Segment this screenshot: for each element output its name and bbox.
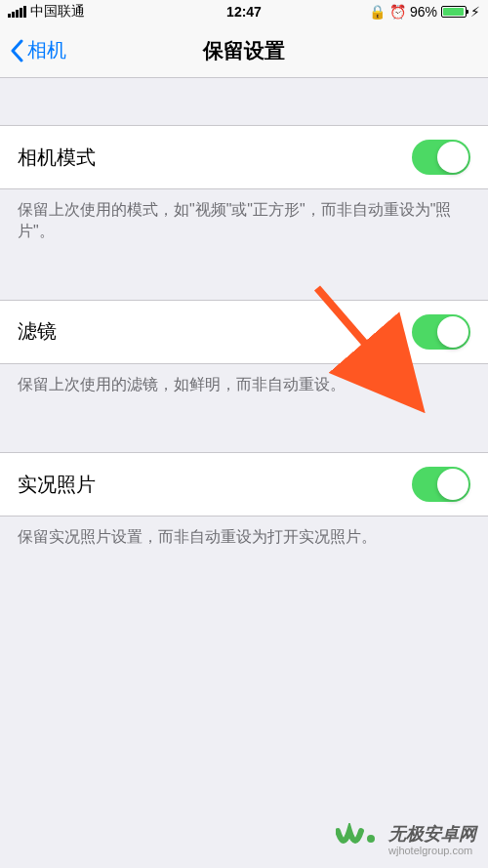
status-right: 🔒 ⏰ 96% ⚡︎ — [369, 4, 480, 20]
status-bar: 中国联通 12:47 🔒 ⏰ 96% ⚡︎ — [0, 0, 488, 23]
alarm-icon: ⏰ — [389, 4, 406, 20]
watermark-logo-icon — [336, 823, 381, 858]
carrier-label: 中国联通 — [30, 3, 85, 21]
back-button[interactable]: 相机 — [10, 37, 66, 63]
battery-icon — [441, 6, 467, 18]
camera-mode-label: 相机模式 — [18, 145, 96, 171]
filter-row: 滤镜 — [0, 300, 488, 364]
lock-icon: 🔒 — [369, 4, 386, 20]
filter-toggle[interactable] — [412, 314, 470, 350]
live-photos-row: 实况照片 — [0, 452, 488, 517]
toggle-knob — [437, 316, 468, 348]
toggle-knob — [437, 469, 468, 500]
settings-group-filter: 滤镜 保留上次使用的滤镜，如鲜明，而非自动重设。 — [0, 300, 488, 405]
watermark-url: wjhotelgroup.com — [388, 845, 476, 856]
watermark-title: 无极安卓网 — [388, 825, 476, 845]
camera-mode-row: 相机模式 — [0, 125, 488, 189]
back-label: 相机 — [27, 37, 66, 63]
status-time: 12:47 — [226, 4, 262, 20]
camera-mode-footer: 保留上次使用的模式，如"视频"或"正方形"，而非自动重设为"照片"。 — [0, 189, 488, 253]
filter-label: 滤镜 — [18, 318, 57, 345]
live-photos-toggle[interactable] — [412, 467, 470, 502]
status-left: 中国联通 — [8, 3, 85, 21]
camera-mode-toggle[interactable] — [412, 140, 470, 175]
nav-bar: 相机 保留设置 — [0, 23, 488, 78]
charging-icon: ⚡︎ — [470, 4, 480, 20]
battery-percent: 96% — [410, 4, 437, 20]
settings-group-live-photos: 实况照片 保留实况照片设置，而非自动重设为打开实况照片。 — [0, 452, 488, 558]
toggle-knob — [437, 142, 468, 173]
svg-point-2 — [367, 835, 375, 843]
signal-icon — [8, 6, 26, 18]
live-photos-label: 实况照片 — [18, 472, 96, 498]
settings-group-camera-mode: 相机模式 保留上次使用的模式，如"视频"或"正方形"，而非自动重设为"照片"。 — [0, 125, 488, 253]
page-title: 保留设置 — [203, 37, 285, 64]
filter-footer: 保留上次使用的滤镜，如鲜明，而非自动重设。 — [0, 364, 488, 405]
live-photos-footer: 保留实况照片设置，而非自动重设为打开实况照片。 — [0, 517, 488, 558]
watermark: 无极安卓网 wjhotelgroup.com — [336, 823, 476, 858]
chevron-left-icon — [10, 39, 23, 62]
